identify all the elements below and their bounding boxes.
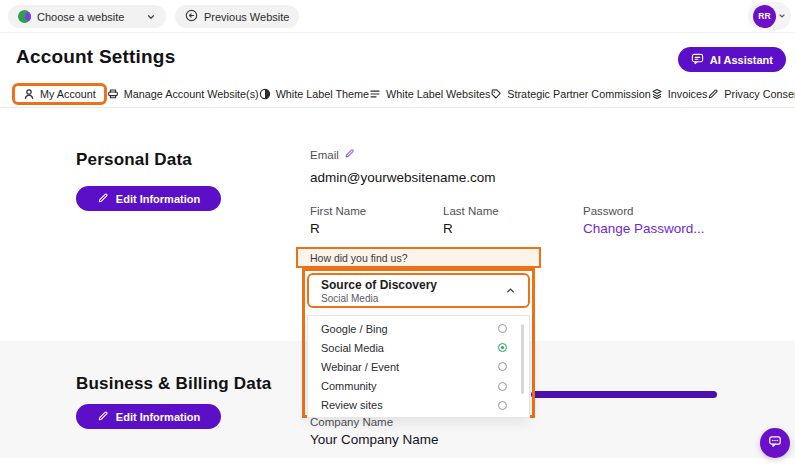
radio-unselected-icon[interactable] bbox=[498, 324, 507, 333]
top-bar: Choose a website Previous Website RR bbox=[0, 0, 795, 33]
company-name-value: Your Company Name bbox=[310, 432, 439, 447]
change-password-link[interactable]: Change Password... bbox=[583, 221, 705, 236]
option-community[interactable]: Community bbox=[308, 377, 529, 396]
options-scrollbar[interactable] bbox=[521, 324, 524, 394]
discovery-options-panel: Google / Bing Social Media Webinar / Eve… bbox=[307, 315, 530, 418]
business-edit-information-button[interactable]: Edit Information bbox=[76, 404, 221, 429]
tab-label: White Label Websites bbox=[386, 88, 490, 100]
first-name-value: R bbox=[310, 221, 320, 236]
contrast-icon bbox=[259, 88, 271, 100]
radio-unselected-icon[interactable] bbox=[498, 362, 507, 371]
chevron-down-icon bbox=[146, 12, 156, 22]
chat-fab-button[interactable] bbox=[760, 428, 790, 458]
chat-icon bbox=[691, 52, 704, 67]
option-label: Google / Bing bbox=[321, 323, 388, 335]
edit-information-label: Edit Information bbox=[116, 193, 200, 205]
avatar: RR bbox=[753, 5, 776, 28]
option-label: Review sites bbox=[321, 399, 383, 411]
pen-icon bbox=[707, 88, 719, 100]
tag-icon bbox=[490, 88, 502, 100]
tab-label: My Account bbox=[40, 88, 96, 100]
radio-unselected-icon[interactable] bbox=[498, 382, 507, 391]
password-label: Password bbox=[583, 205, 634, 217]
option-label: Webinar / Event bbox=[321, 361, 399, 373]
arrow-left-circle-icon bbox=[185, 8, 198, 26]
choose-website-label: Choose a website bbox=[37, 11, 124, 23]
previous-website-button[interactable]: Previous Website bbox=[175, 5, 299, 28]
choose-website-dropdown[interactable]: Choose a website bbox=[8, 5, 166, 28]
tab-label: Strategic Partner Commission bbox=[507, 88, 650, 100]
option-label: Social Media bbox=[321, 342, 384, 354]
personal-data-title: Personal Data bbox=[76, 150, 192, 170]
edit-email-pencil-icon[interactable] bbox=[344, 148, 355, 161]
edit-information-label: Edit Information bbox=[116, 411, 200, 423]
tab-privacy-consents[interactable]: Privacy Consents bbox=[707, 85, 795, 103]
tab-white-label-websites[interactable]: White Label Websites bbox=[369, 85, 490, 103]
tab-strategic-partner-commission[interactable]: Strategic Partner Commission bbox=[490, 85, 650, 103]
email-label: Email bbox=[310, 149, 339, 161]
option-label: Community bbox=[321, 380, 377, 392]
user-menu[interactable]: RR bbox=[748, 2, 791, 30]
tab-manage-account-websites[interactable]: Manage Account Website(s) bbox=[107, 85, 259, 103]
source-of-discovery-select[interactable]: Source of Discovery Social Media bbox=[307, 273, 530, 308]
tab-label: Invoices bbox=[668, 88, 708, 100]
layers-icon bbox=[651, 88, 663, 100]
ai-assistant-button[interactable]: AI Assistant bbox=[678, 47, 786, 72]
lines-icon bbox=[369, 88, 381, 100]
option-social-media[interactable]: Social Media bbox=[308, 338, 529, 357]
website-globe-icon bbox=[18, 10, 31, 23]
source-of-discovery-annotation: Source of Discovery Social Media Google … bbox=[302, 268, 535, 418]
last-name-label: Last Name bbox=[443, 205, 499, 217]
personal-edit-information-button[interactable]: Edit Information bbox=[76, 186, 221, 211]
pencil-icon bbox=[97, 410, 109, 424]
tab-label: Privacy Consents bbox=[724, 88, 795, 100]
first-name-label: First Name bbox=[310, 205, 366, 217]
how-did-you-find-us-annotation: How did you find us? bbox=[296, 247, 541, 268]
radio-selected-icon[interactable] bbox=[498, 343, 507, 352]
ai-assistant-label: AI Assistant bbox=[710, 54, 773, 66]
progress-bar bbox=[531, 391, 717, 398]
account-settings-page: Choose a website Previous Website RR Acc… bbox=[0, 0, 795, 464]
select-selected-value: Social Media bbox=[321, 293, 437, 304]
tab-invoices[interactable]: Invoices bbox=[651, 85, 708, 103]
tab-white-label-theme[interactable]: White Label Theme bbox=[259, 85, 369, 103]
email-label-row: Email bbox=[310, 148, 355, 161]
option-webinar-event[interactable]: Webinar / Event bbox=[308, 357, 529, 376]
chat-icon bbox=[768, 434, 782, 452]
page-title: Account Settings bbox=[16, 46, 175, 68]
tab-bar: My Account Manage Account Website(s) Whi… bbox=[12, 81, 788, 107]
tab-label: Manage Account Website(s) bbox=[124, 88, 259, 100]
chevron-down-icon bbox=[778, 12, 786, 20]
option-review-sites[interactable]: Review sites bbox=[308, 396, 529, 415]
business-billing-title: Business & Billing Data bbox=[76, 374, 271, 394]
radio-unselected-icon[interactable] bbox=[498, 401, 507, 410]
option-google-bing[interactable]: Google / Bing bbox=[308, 319, 529, 338]
chevron-up-icon bbox=[505, 285, 516, 296]
user-icon bbox=[23, 88, 35, 100]
previous-website-label: Previous Website bbox=[204, 11, 289, 23]
tabbar-divider bbox=[0, 107, 795, 108]
email-value: admin@yourwebsitename.com bbox=[310, 170, 496, 185]
tab-label: White Label Theme bbox=[276, 88, 369, 100]
how-did-you-find-us-label: How did you find us? bbox=[310, 252, 407, 264]
pencil-icon bbox=[97, 192, 109, 206]
select-label: Source of Discovery bbox=[321, 278, 437, 292]
last-name-value: R bbox=[443, 221, 453, 236]
device-icon bbox=[107, 88, 119, 100]
tab-my-account[interactable]: My Account bbox=[12, 83, 107, 105]
